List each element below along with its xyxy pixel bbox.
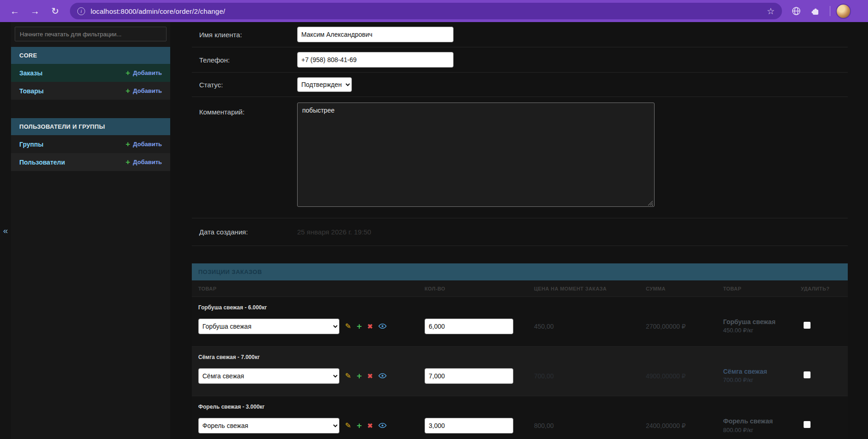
line-total: 4900,00000 ₽	[646, 372, 723, 380]
delete-icon[interactable]: ✖	[368, 323, 373, 330]
product-select[interactable]: Форель свежая	[198, 418, 339, 433]
quantity-input[interactable]	[425, 418, 513, 433]
order-change-form: Имя клиента: Телефон: Статус: Подтвержде…	[192, 22, 848, 439]
price-at-order: 450,00	[534, 323, 646, 330]
client-name-input[interactable]	[297, 27, 454, 42]
view-icon[interactable]	[378, 323, 387, 329]
delete-checkbox[interactable]	[804, 371, 811, 378]
item-heading: Горбуша свежая - 6.000кг	[192, 304, 848, 311]
comment-textarea[interactable]: побыстрее	[297, 103, 655, 207]
sidebar-collapse-toggle[interactable]: «	[3, 226, 8, 236]
phone-label: Телефон:	[199, 56, 297, 64]
orders-link[interactable]: Заказы	[19, 69, 42, 77]
add-icon[interactable]: +	[356, 421, 362, 430]
order-items-column-headers: ТОВАР КОЛ-ВО ЦЕНА НА МОМЕНТ ЗАКАЗА СУММА…	[192, 280, 848, 296]
col-qty: КОЛ-ВО	[425, 286, 534, 291]
line-total: 2400,00000 ₽	[646, 422, 723, 429]
product-unit-price: 700.00 ₽/кг	[723, 376, 801, 385]
order-items-module: ПОЗИЦИИ ЗАКАЗОВ ТОВАР КОЛ-ВО ЦЕНА НА МОМ…	[192, 263, 848, 439]
order-items-title: ПОЗИЦИИ ЗАКАЗОВ	[192, 263, 848, 280]
order-item-row: Форель свежая - 3.000кг Форель свежая ✎ …	[192, 396, 848, 439]
add-icon[interactable]: +	[356, 322, 362, 331]
field-row-status: Статус: Подтвержден	[192, 73, 848, 97]
sidebar-section-core: CORE	[11, 47, 170, 64]
delete-icon[interactable]: ✖	[368, 422, 373, 429]
price-at-order: 700,00	[534, 372, 646, 380]
delete-icon[interactable]: ✖	[368, 373, 373, 379]
extensions-puzzle-icon[interactable]	[807, 2, 824, 20]
col-product-info: ТОВАР	[723, 286, 801, 291]
plus-icon: +	[126, 158, 130, 166]
col-price: ЦЕНА НА МОМЕНТ ЗАКАЗА	[534, 286, 646, 291]
delete-checkbox[interactable]	[804, 421, 811, 428]
edit-icon[interactable]: ✎	[345, 422, 351, 429]
product-unit-price: 450.00 ₽/кг	[723, 326, 801, 335]
plus-icon: +	[126, 87, 130, 95]
col-total: СУММА	[646, 286, 723, 291]
product-name: Сёмга свежая	[723, 367, 801, 376]
product-select[interactable]: Горбуша свежая	[198, 319, 339, 334]
order-item-row: Горбуша свежая - 6.000кг Горбуша свежая …	[192, 296, 848, 346]
site-info-icon[interactable]: i	[77, 7, 85, 15]
reload-icon[interactable]: ↻	[46, 2, 64, 20]
view-icon[interactable]	[378, 373, 387, 379]
globe-icon[interactable]	[788, 2, 805, 20]
plus-icon: +	[126, 69, 130, 77]
field-row-created: Дата создания: 25 января 2026 г. 19:50	[192, 218, 848, 246]
add-icon[interactable]: +	[356, 371, 362, 380]
products-link[interactable]: Товары	[19, 87, 44, 95]
add-label: Добавить	[133, 87, 162, 94]
phone-input[interactable]	[297, 52, 454, 68]
field-row-client-name: Имя клиента:	[192, 22, 848, 47]
profile-avatar[interactable]	[836, 4, 851, 19]
toolbar-divider	[830, 6, 830, 16]
sidebar-collapse-strip: «	[0, 22, 11, 439]
col-delete: УДАЛИТЬ?	[801, 286, 848, 291]
plus-icon: +	[126, 140, 130, 148]
orders-add-link[interactable]: + Добавить	[126, 69, 162, 77]
order-item-row: Сёмга свежая - 7.000кг Сёмга свежая ✎ + …	[192, 346, 848, 396]
status-select[interactable]: Подтвержден	[297, 77, 352, 92]
groups-add-link[interactable]: + Добавить	[126, 140, 162, 148]
quantity-input[interactable]	[425, 368, 513, 384]
add-label: Добавить	[133, 159, 162, 165]
address-bar[interactable]: i localhost:8000/admin/core/order/2/chan…	[70, 3, 782, 19]
add-label: Добавить	[133, 69, 162, 76]
sidebar-section-auth: ПОЛЬЗОВАТЕЛИ И ГРУППЫ	[11, 118, 170, 135]
product-select[interactable]: Сёмга свежая	[198, 368, 339, 384]
product-name: Горбуша свежая	[723, 317, 801, 326]
client-name-label: Имя клиента:	[199, 31, 297, 39]
groups-link[interactable]: Группы	[19, 141, 43, 148]
created-value: 25 января 2026 г. 19:50	[297, 228, 371, 236]
url-text[interactable]: localhost:8000/admin/core/order/2/change…	[91, 7, 761, 15]
price-at-order: 800,00	[534, 422, 646, 429]
users-link[interactable]: Пользователи	[19, 159, 65, 166]
edit-icon[interactable]: ✎	[345, 323, 351, 330]
sidebar-item-products[interactable]: Товары + Добавить	[11, 82, 170, 100]
sidebar-filter-input[interactable]	[15, 27, 167, 41]
product-name: Форель свежая	[723, 416, 801, 426]
sidebar-gap	[11, 100, 170, 118]
delete-checkbox[interactable]	[804, 322, 811, 329]
bookmark-star-icon[interactable]: ☆	[767, 6, 775, 17]
sidebar-item-users[interactable]: Пользователи + Добавить	[11, 153, 170, 171]
back-icon[interactable]: ←	[6, 2, 24, 20]
item-heading: Сёмга свежая - 7.000кг	[192, 354, 848, 360]
comment-label: Комментарий:	[199, 103, 297, 116]
field-row-phone: Телефон:	[192, 47, 848, 73]
forward-icon[interactable]: →	[26, 2, 44, 20]
field-row-comment: Комментарий: побыстрее	[192, 97, 848, 218]
quantity-input[interactable]	[425, 319, 513, 334]
created-label: Дата создания:	[199, 228, 297, 236]
sidebar-item-groups[interactable]: Группы + Добавить	[11, 135, 170, 153]
products-add-link[interactable]: + Добавить	[126, 87, 162, 95]
product-unit-price: 800.00 ₽/кг	[723, 426, 801, 435]
admin-sidebar: CORE Заказы + Добавить Товары + Добавить…	[11, 22, 170, 439]
view-icon[interactable]	[378, 422, 387, 428]
col-product: ТОВАР	[192, 286, 425, 291]
browser-toolbar: ← → ↻ i localhost:8000/admin/core/order/…	[0, 0, 868, 22]
edit-icon[interactable]: ✎	[345, 372, 351, 380]
item-heading: Форель свежая - 3.000кг	[192, 404, 848, 410]
users-add-link[interactable]: + Добавить	[126, 158, 162, 166]
sidebar-item-orders[interactable]: Заказы + Добавить	[11, 64, 170, 82]
